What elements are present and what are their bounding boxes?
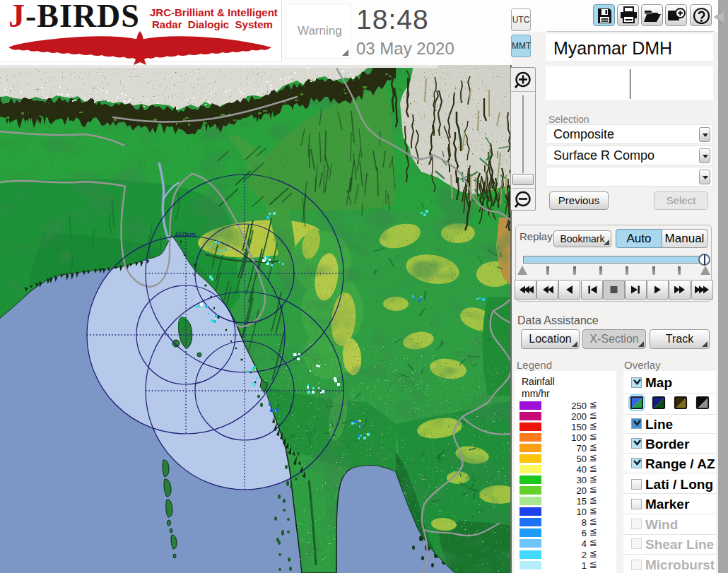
svg-text:450km: 450km [175, 231, 196, 239]
